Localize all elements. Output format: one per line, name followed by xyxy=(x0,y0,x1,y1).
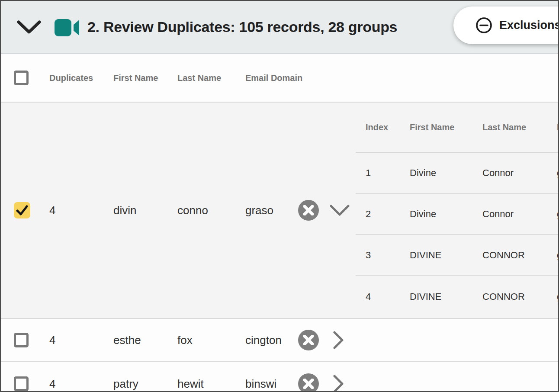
detail-column-last-name: Last Name xyxy=(482,122,526,132)
detail-first-name-cell: Divine xyxy=(410,167,436,179)
duplicates-count-cell: 4 xyxy=(49,334,55,347)
duplicates-count-cell: 4 xyxy=(49,377,55,391)
detail-last-name-cell: Connor xyxy=(482,167,514,179)
collapse-row-button[interactable] xyxy=(330,205,350,216)
exclude-group-button[interactable] xyxy=(298,330,319,350)
detail-first-name-cell: DIVINE xyxy=(410,250,441,261)
exclusions-label: Exclusions xyxy=(499,19,559,32)
videocam-icon xyxy=(55,17,80,40)
app-window: 2. Review Duplicates: 105 records, 28 gr… xyxy=(0,0,559,392)
x-icon xyxy=(303,205,314,215)
row-checkbox[interactable] xyxy=(14,376,29,391)
group-detail-panel: Index First Name Last Name Email Domain … xyxy=(356,103,558,318)
detail-column-email-domain: Email Domain xyxy=(557,122,559,132)
first-name-cell: esthe xyxy=(113,334,141,347)
expand-row-button[interactable] xyxy=(333,331,344,349)
detail-index-cell: 2 xyxy=(366,209,371,220)
detail-first-name-cell: DIVINE xyxy=(410,291,441,302)
detail-row: 2 Divine Connor g xyxy=(356,194,558,235)
minus-circle-icon xyxy=(475,16,493,34)
first-name-cell: patry xyxy=(113,377,138,391)
duplicates-table-header: Duplicates First Name Last Name Email Do… xyxy=(1,54,558,103)
x-icon xyxy=(303,379,314,389)
column-header-duplicates: Duplicates xyxy=(49,73,93,83)
duplicate-group-row[interactable]: 4 patry hewit binswi xyxy=(1,362,558,392)
exclusions-button[interactable]: Exclusions xyxy=(453,6,559,44)
column-header-email-domain: Email Domain xyxy=(245,73,302,83)
detail-email-domain-cell: g xyxy=(557,167,559,179)
exclude-group-button[interactable] xyxy=(298,373,319,392)
email-domain-cell: cington xyxy=(245,334,282,347)
detail-column-first-name: First Name xyxy=(410,122,454,132)
section-header: 2. Review Duplicates: 105 records, 28 gr… xyxy=(1,1,558,54)
chevron-down-icon xyxy=(330,205,350,216)
duplicate-group-row[interactable]: 4 esthe fox cington xyxy=(1,319,558,362)
exclude-group-button[interactable] xyxy=(298,200,319,221)
last-name-cell: fox xyxy=(177,334,193,347)
x-icon xyxy=(303,335,314,345)
row-checkbox-checked[interactable] xyxy=(14,202,30,218)
detail-last-name-cell: CONNOR xyxy=(482,291,525,302)
checkmark-icon xyxy=(16,205,28,215)
row-checkbox[interactable] xyxy=(14,333,29,347)
page-title: 2. Review Duplicates: 105 records, 28 gr… xyxy=(87,1,397,53)
detail-email-domain-cell: g xyxy=(557,291,559,302)
duplicate-group-row-expanded[interactable]: 4 divin conno graso Index First Name xyxy=(1,103,558,319)
first-name-cell: divin xyxy=(113,204,136,217)
select-all-checkbox[interactable] xyxy=(14,71,29,85)
detail-email-domain-cell: g xyxy=(557,209,559,220)
chevron-right-icon xyxy=(333,331,344,349)
last-name-cell: conno xyxy=(177,204,208,217)
collapse-section-button[interactable] xyxy=(16,18,42,37)
detail-row: 1 Divine Connor g xyxy=(356,153,558,194)
detail-table-header: Index First Name Last Name Email Domain xyxy=(356,103,558,153)
column-header-last-name: Last Name xyxy=(177,73,221,83)
detail-first-name-cell: Divine xyxy=(410,209,436,220)
detail-email-domain-cell: g xyxy=(557,250,559,261)
detail-index-cell: 1 xyxy=(366,167,371,179)
email-domain-cell: binswi xyxy=(245,377,276,391)
column-header-first-name: First Name xyxy=(113,73,158,83)
chevron-right-icon xyxy=(333,375,344,392)
detail-row: 4 DIVINE CONNOR g xyxy=(356,276,558,317)
detail-row: 3 DIVINE CONNOR g xyxy=(356,235,558,276)
expand-row-button[interactable] xyxy=(333,375,344,392)
detail-index-cell: 3 xyxy=(366,250,371,261)
detail-last-name-cell: Connor xyxy=(482,209,514,220)
chevron-down-icon xyxy=(16,29,42,36)
email-domain-cell: graso xyxy=(245,204,273,217)
detail-index-cell: 4 xyxy=(366,291,371,302)
duplicates-count-cell: 4 xyxy=(49,204,55,217)
detail-column-index: Index xyxy=(366,122,388,132)
last-name-cell: hewit xyxy=(177,377,204,391)
detail-last-name-cell: CONNOR xyxy=(482,250,525,261)
